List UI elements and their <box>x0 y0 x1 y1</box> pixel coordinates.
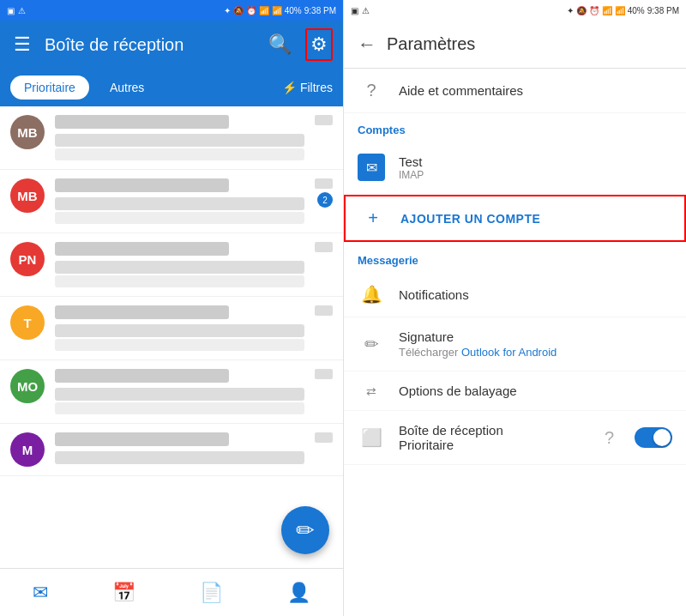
wifi-icon-r: 📶 <box>602 6 612 15</box>
swipe-label: Options de balayage <box>399 383 672 398</box>
settings-icon[interactable]: ⚙ <box>305 28 333 61</box>
notifications-content: Notifications <box>399 287 672 302</box>
settings-list: ? Aide et commentaires Comptes ✉ Test IM… <box>344 69 686 616</box>
email-time <box>315 178 333 189</box>
bottom-nav: ✉ 📅 📄 👤 <box>0 568 343 616</box>
avatar: T <box>10 305 45 340</box>
sender-name <box>55 369 229 383</box>
add-account-label: AJOUTER UN COMPTE <box>400 212 540 226</box>
account-name: Test <box>399 154 424 169</box>
list-item[interactable]: MO <box>0 360 343 424</box>
list-item[interactable]: T <box>0 297 343 360</box>
priority-help-icon[interactable]: ? <box>605 428 614 448</box>
notifications-item[interactable]: 🔔 Notifications <box>344 272 686 317</box>
sender-name <box>55 242 229 256</box>
signal-icon-r: 📶 <box>615 6 625 15</box>
list-item[interactable]: PN <box>0 233 343 297</box>
sender-name <box>55 115 229 129</box>
email-meta <box>315 115 333 125</box>
email-content <box>55 305 304 351</box>
tab-others[interactable]: Autres <box>96 75 158 100</box>
filter-lightning-icon: ⚡ <box>282 81 297 94</box>
pen-icon: ✏ <box>358 334 385 354</box>
avatar: MB <box>10 115 45 149</box>
outlook-link[interactable]: Outlook for Android <box>461 346 557 359</box>
wifi-icon: 📶 <box>259 6 269 15</box>
right-status-left: ▣ ⚠ <box>351 6 370 15</box>
nav-calendar[interactable]: 📅 <box>112 582 135 604</box>
alarm-icon: ⏰ <box>246 6 256 15</box>
priority-label: Boîte de réception <box>399 423 591 438</box>
filter-bar: Prioritaire Autres ⚡ Filtres <box>0 69 343 106</box>
email-time <box>315 305 333 316</box>
email-subject <box>55 197 304 210</box>
nav-files[interactable]: 📄 <box>200 582 223 604</box>
help-content: Aide et commentaires <box>399 83 672 98</box>
search-icon[interactable]: 🔍 <box>265 30 295 59</box>
priority-toggle[interactable] <box>635 427 672 448</box>
settings-title: Paramètres <box>387 34 475 54</box>
avatar: PN <box>10 242 45 276</box>
email-meta <box>315 305 333 316</box>
sim-icon-r: ▣ <box>351 6 358 15</box>
compose-fab[interactable]: ✏ <box>281 506 329 554</box>
section-messagerie: Messagerie <box>344 244 686 272</box>
help-item[interactable]: ? Aide et commentaires <box>344 69 686 113</box>
email-list: MB MB <box>0 106 343 568</box>
email-content <box>55 432 304 464</box>
email-preview <box>55 402 304 414</box>
add-account-item[interactable]: + AJOUTER UN COMPTE <box>344 195 686 242</box>
email-preview <box>55 148 304 160</box>
email-subject <box>55 134 304 147</box>
avatar: MB <box>10 178 45 213</box>
account-email-icon: ✉ <box>358 154 385 181</box>
list-item[interactable]: MB 2 <box>0 170 343 233</box>
time-left: 9:38 PM <box>304 6 336 15</box>
swipe-item[interactable]: ⇄ Options de balayage <box>344 371 686 411</box>
email-content <box>55 178 304 224</box>
signature-item[interactable]: ✏ Signature Télécharger Outlook for Andr… <box>344 317 686 371</box>
account-item[interactable]: ✉ Test IMAP <box>344 142 686 193</box>
avatar: MO <box>10 369 45 403</box>
help-icon: ? <box>358 81 385 100</box>
swipe-icon: ⇄ <box>358 384 385 398</box>
battery-text-r: 40% <box>628 6 645 15</box>
nav-mail[interactable]: ✉ <box>33 582 48 604</box>
warning-icon: ⚠ <box>18 6 26 15</box>
email-preview <box>55 339 304 351</box>
settings-top-bar: ← Paramètres <box>344 21 686 69</box>
add-icon: + <box>359 208 387 228</box>
email-time <box>315 115 333 125</box>
inbox-title: Boîte de réception <box>45 35 255 55</box>
priority-item[interactable]: ⬜ Boîte de réception Prioritaire ? <box>344 411 686 465</box>
list-item[interactable]: M <box>0 424 343 476</box>
email-time <box>315 242 333 252</box>
status-bar-right-icons: ✦ 🔕 ⏰ 📶 📶 40% 9:38 PM <box>224 6 336 15</box>
nav-contacts[interactable]: 👤 <box>287 582 310 604</box>
menu-icon[interactable]: ☰ <box>10 30 34 59</box>
priority-label2: Prioritaire <box>399 438 591 452</box>
tab-priority[interactable]: Prioritaire <box>10 75 89 100</box>
signature-label: Signature <box>399 329 672 344</box>
alarm-icon-r: ⏰ <box>589 6 599 15</box>
email-content <box>55 369 304 414</box>
bluetooth-icon-r: ✦ <box>567 6 574 15</box>
signature-content: Signature Télécharger Outlook for Androi… <box>399 329 672 359</box>
email-meta: 2 <box>315 178 333 208</box>
filters-button[interactable]: ⚡ Filtres <box>282 81 333 94</box>
sim-icon: ▣ <box>7 6 15 15</box>
back-icon[interactable]: ← <box>358 33 376 56</box>
list-item[interactable]: MB <box>0 106 343 170</box>
section-comptes: Comptes <box>344 113 686 142</box>
silent-icon: 🔕 <box>233 6 244 15</box>
avatar: M <box>10 432 45 467</box>
email-time <box>315 432 333 443</box>
email-time <box>315 369 333 379</box>
email-subject <box>55 261 304 274</box>
email-subject <box>55 388 304 401</box>
signature-subtitle-text: Télécharger <box>399 346 458 359</box>
left-panel: ▣ ⚠ ✦ 🔕 ⏰ 📶 📶 40% 9:38 PM ☰ Boîte de réc… <box>0 0 343 616</box>
email-content <box>55 115 304 160</box>
email-meta <box>315 369 333 379</box>
account-details: Test IMAP <box>399 154 424 181</box>
